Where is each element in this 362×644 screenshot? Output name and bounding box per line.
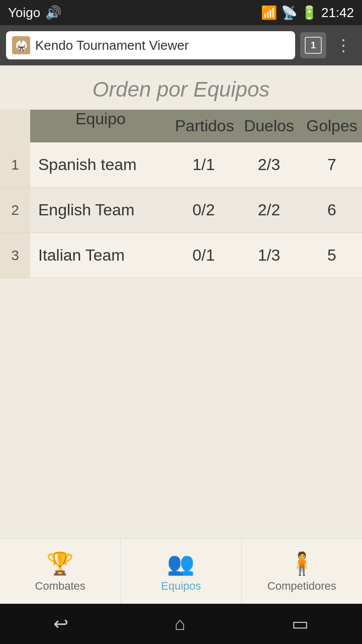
partidos-cell: 1/1 xyxy=(171,155,236,174)
golpes-cell: 6 xyxy=(302,201,362,219)
browser-bar: 🥋 Kendo Tournament Viewer 1 ⋮ xyxy=(0,25,362,65)
tab-count: 1 xyxy=(305,37,322,54)
team-cell: Italian Team xyxy=(30,246,171,265)
rank-cell: 3 xyxy=(0,233,30,278)
duelos-cell: 2/3 xyxy=(236,155,302,174)
signal-icon: 📡 xyxy=(281,5,297,21)
back-button[interactable]: ↩ xyxy=(53,613,68,634)
duelos-cell: 1/3 xyxy=(236,246,302,265)
team-cell: English Team xyxy=(30,201,171,219)
battery-icon: 🔋 xyxy=(301,5,317,21)
header-golpes: Golpes xyxy=(302,110,362,142)
person-icon: 🧍 xyxy=(288,550,316,577)
tabs-button[interactable]: 1 xyxy=(300,32,326,58)
table-body: 1 Spanish team 1/1 2/3 7 2 English Team … xyxy=(0,142,362,278)
team-cell: Spanish team xyxy=(30,155,171,174)
bottom-nav: 🏆 Combates 👥 Equipos 🧍 Competidores xyxy=(0,538,362,604)
partidos-cell: 0/1 xyxy=(171,246,236,265)
rank-cell: 1 xyxy=(0,142,30,187)
page-heading: Orden por Equipos xyxy=(0,65,362,110)
address-bar[interactable]: 🥋 Kendo Tournament Viewer xyxy=(6,31,295,59)
recents-button[interactable]: ▭ xyxy=(292,613,309,634)
header-partidos: Partidos xyxy=(171,110,236,142)
group-icon: 👥 xyxy=(167,550,195,577)
nav-equipos-label: Equipos xyxy=(161,580,201,593)
status-left: Yoigo 🔊 xyxy=(8,5,61,21)
app-icon: 🥋 xyxy=(12,36,30,54)
wifi-icon: 📶 xyxy=(261,5,277,21)
header-equipo: Equipo xyxy=(30,110,171,142)
nav-competidores[interactable]: 🧍 Competidores xyxy=(242,539,362,604)
status-bar: Yoigo 🔊 📶 📡 🔋 21:42 xyxy=(0,0,362,25)
page-title-label: Kendo Tournament Viewer xyxy=(35,38,289,53)
time-label: 21:42 xyxy=(321,5,354,21)
carrier-label: Yoigo xyxy=(8,5,40,21)
header-duelos: Duelos xyxy=(236,110,302,142)
nav-equipos[interactable]: 👥 Equipos xyxy=(121,539,241,604)
header-rank xyxy=(0,110,30,142)
duelos-cell: 2/2 xyxy=(236,201,302,219)
table-header: Equipo Partidos Duelos Golpes xyxy=(0,110,362,142)
golpes-cell: 5 xyxy=(302,246,362,265)
status-right: 📶 📡 🔋 21:42 xyxy=(261,5,354,21)
nav-combates[interactable]: 🏆 Combates xyxy=(0,539,121,604)
nav-competidores-label: Competidores xyxy=(267,580,336,593)
table-row[interactable]: 3 Italian Team 0/1 1/3 5 xyxy=(0,233,362,278)
table-row[interactable]: 2 English Team 0/2 2/2 6 xyxy=(0,188,362,233)
menu-button[interactable]: ⋮ xyxy=(331,36,356,55)
nav-combates-label: Combates xyxy=(35,580,85,593)
main-content: Orden por Equipos Equipo Partidos Duelos… xyxy=(0,65,362,538)
system-nav: ↩ ⌂ ▭ xyxy=(0,604,362,644)
partidos-cell: 0/2 xyxy=(171,201,236,219)
trophy-icon: 🏆 xyxy=(46,550,74,577)
home-button[interactable]: ⌂ xyxy=(174,613,186,634)
golpes-cell: 7 xyxy=(302,155,362,174)
rank-cell: 2 xyxy=(0,188,30,232)
table-row[interactable]: 1 Spanish team 1/1 2/3 7 xyxy=(0,142,362,188)
speaker-icon: 🔊 xyxy=(45,5,61,21)
